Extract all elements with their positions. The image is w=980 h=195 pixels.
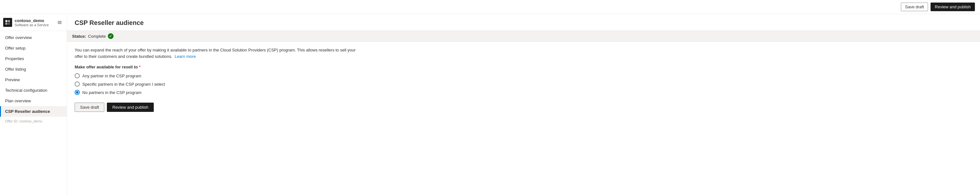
sidebar-brand: contoso_demo Software as a Service [15, 18, 49, 27]
page-header: CSP Reseller audience [67, 14, 980, 27]
radio-indicator-no-partners [75, 90, 80, 95]
learn-more-link[interactable]: Learn more [175, 54, 196, 59]
sidebar-menu-button[interactable] [56, 19, 64, 26]
review-publish-top-button[interactable]: Review and publish [931, 3, 975, 11]
sidebar-header: contoso_demo Software as a Service [0, 14, 67, 31]
description-text: You can expand the reach of your offer b… [75, 47, 362, 59]
svg-rect-4 [58, 21, 62, 22]
field-label-text: Make offer available for resell to [75, 65, 138, 69]
status-complete-icon [108, 33, 114, 39]
radio-label-specific-partners: Specific partners in the CSP program I s… [82, 82, 165, 86]
status-value: Complete [88, 34, 106, 39]
radio-indicator-any-partner [75, 73, 80, 78]
sidebar: contoso_demo Software as a Service Offer… [0, 14, 67, 195]
sidebar-item-offer-listing[interactable]: Offer listing [0, 64, 67, 75]
sidebar-item-offer-setup[interactable]: Offer setup [0, 43, 67, 53]
main-content: CSP Reseller audience Status: Complete Y… [67, 14, 980, 195]
radio-item-specific-partners[interactable]: Specific partners in the CSP program I s… [75, 82, 972, 86]
top-bar: Save draft Review and publish [0, 0, 980, 14]
brand-name: contoso_demo [15, 18, 49, 23]
sidebar-item-technical-configuration[interactable]: Technical configuration [0, 85, 67, 96]
field-label: Make offer available for resell to * [75, 65, 972, 69]
description-content: You can expand the reach of your offer b… [75, 48, 356, 59]
review-publish-button[interactable]: Review and publish [107, 102, 154, 112]
svg-rect-1 [8, 20, 10, 22]
field-required-marker: * [139, 65, 141, 69]
sidebar-navigation: Offer overviewOffer setupPropertiesOffer… [0, 31, 67, 127]
save-draft-top-button[interactable]: Save draft [901, 3, 928, 11]
radio-item-any-partner[interactable]: Any partner in the CSP program [75, 73, 972, 78]
resell-radio-group: Any partner in the CSP programSpecific p… [75, 73, 972, 95]
status-label: Status: [72, 34, 86, 39]
content-body: You can expand the reach of your offer b… [67, 42, 980, 117]
sidebar-item-preview[interactable]: Preview [0, 75, 67, 85]
main-layout: contoso_demo Software as a Service Offer… [0, 14, 980, 195]
radio-indicator-specific-partners [75, 82, 80, 86]
save-draft-button[interactable]: Save draft [75, 102, 104, 112]
sidebar-item-plan-overview[interactable]: Plan overview [0, 96, 67, 106]
radio-label-any-partner: Any partner in the CSP program [82, 74, 141, 78]
svg-rect-5 [58, 22, 62, 23]
svg-rect-6 [58, 23, 62, 24]
sidebar-item-csp-reseller-audience[interactable]: CSP Reseller audience [0, 106, 67, 117]
radio-item-no-partners[interactable]: No partners in the CSP program [75, 90, 972, 95]
svg-rect-3 [8, 23, 10, 25]
offer-id-label: Offer ID: contoso_demo [0, 117, 67, 126]
radio-label-no-partners: No partners in the CSP program [82, 90, 141, 95]
logo-icon [5, 19, 11, 25]
svg-rect-2 [5, 23, 7, 25]
svg-rect-0 [5, 20, 7, 22]
page-title: CSP Reseller audience [75, 19, 972, 27]
sidebar-logo [3, 18, 12, 27]
sidebar-item-properties[interactable]: Properties [0, 53, 67, 64]
brand-subtitle: Software as a Service [15, 23, 49, 27]
menu-icon [57, 20, 62, 25]
sidebar-item-offer-overview[interactable]: Offer overview [0, 32, 67, 43]
action-bar: Save draft Review and publish [75, 102, 972, 112]
status-bar: Status: Complete [67, 30, 980, 42]
top-bar-actions: Save draft Review and publish [901, 3, 975, 11]
